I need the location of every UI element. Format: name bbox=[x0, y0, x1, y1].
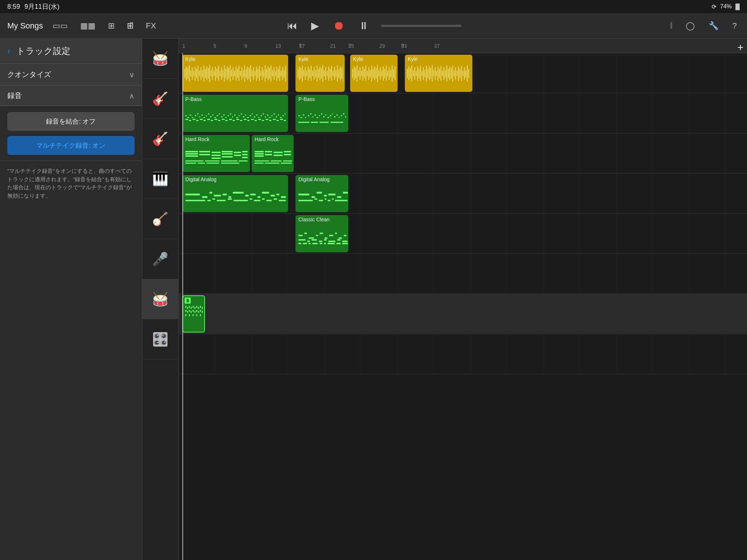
svg-rect-276 bbox=[185, 151, 198, 152]
clip-kyle-3[interactable]: Kyle bbox=[350, 55, 398, 92]
status-bar: 8:59 9月11日(水) ⟳ 74% ▓ bbox=[0, 0, 747, 13]
stop-button[interactable]: ⏸ bbox=[357, 18, 370, 33]
svg-rect-274 bbox=[320, 122, 329, 123]
svg-rect-180 bbox=[195, 115, 196, 116]
clip-kyle-4[interactable]: Kyle bbox=[405, 55, 472, 92]
progress-bar[interactable] bbox=[381, 25, 461, 27]
clip-classicclean-1[interactable]: Classic Clean bbox=[295, 215, 348, 252]
track-icon-3[interactable]: 🎸 bbox=[142, 119, 178, 159]
track-icon-8[interactable]: 🎛️ bbox=[142, 319, 178, 359]
rewind-button[interactable]: ⏮ bbox=[286, 18, 299, 33]
svg-rect-240 bbox=[251, 119, 254, 120]
svg-rect-220 bbox=[282, 115, 284, 116]
clip-hardrock-2[interactable]: Hard Rock bbox=[252, 135, 294, 172]
svg-rect-281 bbox=[212, 152, 221, 153]
clip-digitalanalog-2[interactable]: Digital Analog bbox=[295, 175, 348, 212]
svg-rect-318 bbox=[214, 195, 221, 197]
track-icon-4[interactable]: 🎹 bbox=[142, 159, 178, 199]
svg-rect-405 bbox=[196, 314, 197, 316]
recording-section-header[interactable]: 録音 ∧ bbox=[0, 86, 142, 106]
svg-rect-23 bbox=[218, 66, 219, 81]
loop-icon[interactable]: ◯ bbox=[683, 20, 698, 32]
svg-rect-26 bbox=[222, 70, 223, 77]
clip-badge-5: 5 bbox=[185, 298, 191, 304]
track-icon-1[interactable]: 🥁 bbox=[142, 39, 178, 79]
svg-rect-299 bbox=[221, 163, 239, 164]
svg-rect-324 bbox=[258, 196, 260, 198]
metronome-icon[interactable]: 𝄁 bbox=[668, 20, 675, 32]
ruler-section-b: B bbox=[299, 43, 302, 47]
settings-icon[interactable]: 🔧 bbox=[706, 20, 721, 32]
svg-rect-184 bbox=[204, 117, 205, 118]
svg-rect-58 bbox=[269, 68, 270, 79]
clip-kyle-1[interactable]: Kyle bbox=[182, 55, 288, 92]
svg-rect-51 bbox=[259, 66, 260, 81]
svg-rect-333 bbox=[228, 198, 232, 200]
track-row-8 bbox=[179, 334, 747, 374]
svg-rect-225 bbox=[196, 120, 198, 121]
track-settings-title: トラック設定 bbox=[16, 45, 70, 57]
grid-icon[interactable]: ⊞ bbox=[105, 20, 117, 32]
track-row-1: Kyle bbox=[179, 53, 747, 93]
svg-rect-374 bbox=[303, 243, 307, 244]
track-row-5: Classic Clean bbox=[179, 214, 747, 254]
svg-rect-42 bbox=[246, 69, 247, 78]
quantize-row[interactable]: クオンタイズ ∨ bbox=[0, 64, 142, 86]
svg-rect-16 bbox=[208, 68, 209, 79]
play-button[interactable]: ▶ bbox=[310, 18, 321, 33]
track-icon-2[interactable]: 🎸 bbox=[142, 79, 178, 119]
tracks-area: Kyle bbox=[179, 53, 747, 560]
arrangement-area: 1 5 9 13 17 B 21 25 C 29 33 D 37 + bbox=[179, 39, 747, 560]
svg-rect-177 bbox=[187, 117, 189, 118]
svg-rect-293 bbox=[205, 160, 220, 162]
multi-take-button[interactable]: マルチテイク録音: オン bbox=[7, 136, 135, 155]
fx-button[interactable]: FX bbox=[143, 20, 159, 32]
svg-rect-174 bbox=[467, 65, 468, 82]
track-icon-6[interactable]: 🎤 bbox=[142, 239, 178, 279]
track-icon-5[interactable]: 🪕 bbox=[142, 199, 178, 239]
svg-rect-307 bbox=[284, 151, 291, 152]
svg-rect-381 bbox=[342, 243, 348, 244]
svg-rect-158 bbox=[444, 67, 444, 80]
svg-rect-361 bbox=[329, 235, 333, 236]
record-button[interactable]: ⏺ bbox=[332, 18, 346, 34]
svg-rect-11 bbox=[201, 67, 201, 80]
svg-rect-2 bbox=[187, 68, 188, 79]
svg-rect-28 bbox=[225, 69, 226, 78]
svg-rect-212 bbox=[265, 116, 266, 117]
svg-rect-288 bbox=[234, 155, 241, 156]
ruler-section-c: C bbox=[348, 43, 351, 47]
svg-rect-232 bbox=[222, 119, 225, 120]
svg-rect-211 bbox=[263, 113, 264, 114]
filmstrip-icon[interactable]: ▦▦ bbox=[77, 20, 98, 32]
clip-pbass-1[interactable]: P-Bass bbox=[182, 95, 288, 132]
svg-rect-45 bbox=[250, 65, 251, 82]
svg-rect-222 bbox=[185, 119, 188, 120]
svg-rect-107 bbox=[358, 70, 359, 77]
track-icon-7[interactable]: 🥁 bbox=[142, 279, 178, 319]
svg-rect-80 bbox=[311, 66, 311, 81]
svg-rect-72 bbox=[299, 66, 300, 80]
clip-drum-1[interactable]: 5 bbox=[182, 295, 205, 332]
clip-pbass-2[interactable]: P-Bass bbox=[295, 95, 348, 132]
svg-rect-334 bbox=[233, 200, 248, 201]
svg-rect-382 bbox=[185, 306, 186, 308]
clip-kyle-2[interactable]: Kyle bbox=[295, 55, 345, 92]
svg-rect-285 bbox=[222, 153, 233, 155]
svg-rect-352 bbox=[328, 200, 330, 201]
svg-rect-399 bbox=[198, 311, 199, 313]
ruler-section-d: D bbox=[401, 43, 404, 47]
merge-recording-button[interactable]: 録音を結合: オフ bbox=[7, 112, 135, 131]
svg-rect-262 bbox=[325, 114, 326, 116]
back-button[interactable]: ‹ bbox=[7, 46, 11, 57]
track-view-icon[interactable]: ▭▭ bbox=[50, 20, 71, 32]
svg-rect-197 bbox=[232, 116, 233, 117]
add-section-button[interactable]: + bbox=[738, 42, 743, 53]
clip-hardrock-1[interactable]: Hard Rock bbox=[182, 135, 250, 172]
clip-digitalanalog-1[interactable]: Digital Analog bbox=[182, 175, 288, 212]
help-icon[interactable]: ? bbox=[729, 20, 740, 32]
clip-label-pbass-2: P-Bass bbox=[295, 95, 348, 104]
battery-icon: ▓ bbox=[735, 3, 740, 10]
my-songs-button[interactable]: My Songs bbox=[7, 21, 43, 31]
mixer-icon[interactable]: ⊞̈ bbox=[124, 20, 136, 32]
